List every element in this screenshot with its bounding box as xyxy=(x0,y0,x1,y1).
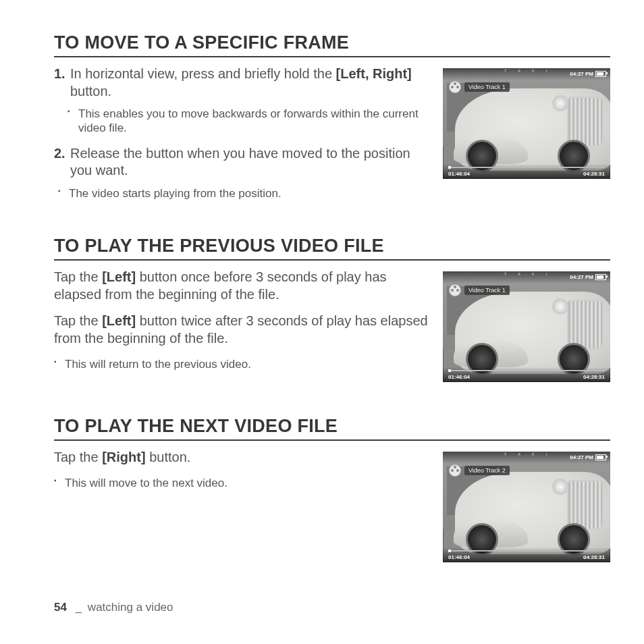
progress-bar: 01:46:04 04:28:31 xyxy=(443,547,610,562)
elapsed-time: 01:46:04 xyxy=(448,554,470,560)
taxi-sign: · T · A · X · I · xyxy=(498,69,555,73)
section2-text: Tap the [Left] button once before 3 seco… xyxy=(54,269,428,381)
status-bar: 04:27 PM xyxy=(570,454,606,460)
status-bar: 04:27 PM xyxy=(570,274,606,280)
page-number: 54 xyxy=(54,601,67,614)
page-footer: 54 _ watching a video xyxy=(54,601,173,614)
step-1-number: 1. xyxy=(54,65,65,83)
reel-icon xyxy=(450,285,460,296)
chapter-name: watching a video xyxy=(88,601,173,614)
heading-move-frame: TO MOVE TO A SPECIFIC FRAME xyxy=(54,32,610,53)
section3-text: Tap the [Right] button. This will move t… xyxy=(54,449,428,500)
thumb3-col: · T · A · X · I · 04:27 PM Video Track 2… xyxy=(443,449,610,562)
step-2-number: 2. xyxy=(54,145,65,163)
sec3-para1: Tap the [Right] button. xyxy=(54,449,428,466)
section-move-frame: TO MOVE TO A SPECIFIC FRAME 1. In horizo… xyxy=(54,32,610,210)
taxi-sign: · T · A · X · I · xyxy=(498,272,555,276)
step-2: 2. Release the button when you have move… xyxy=(54,145,428,180)
step-1-sub: This enables you to move backwards or fo… xyxy=(68,107,428,136)
clock-label: 04:27 PM xyxy=(570,454,593,460)
section-previous-video: TO PLAY THE PREVIOUS VIDEO FILE Tap the … xyxy=(54,236,610,382)
track-label: Video Track 1 xyxy=(464,286,510,295)
t: Tap the xyxy=(54,269,102,284)
progress-bar: 01:46:04 04:28:31 xyxy=(443,164,610,179)
step-1-text-a: In horizontal view, press and briefly ho… xyxy=(70,66,336,81)
sec2-bullet: This will return to the previous video. xyxy=(54,357,428,371)
heading-previous-video: TO PLAY THE PREVIOUS VIDEO FILE xyxy=(54,236,610,257)
battery-icon xyxy=(595,454,606,460)
total-time: 04:28:31 xyxy=(583,171,605,177)
track-label: Video Track 1 xyxy=(464,82,510,92)
section-next-video: TO PLAY THE NEXT VIDEO FILE Tap the [Rig… xyxy=(54,416,610,562)
reel-icon xyxy=(450,82,460,92)
rule xyxy=(54,56,610,57)
taxi-sign: · T · A · X · I · xyxy=(498,452,555,456)
thumb2-col: · T · A · X · I · 04:27 PM Video Track 1… xyxy=(443,269,610,382)
battery-icon xyxy=(595,274,606,280)
sec3-bullet: This will move to the next video. xyxy=(54,476,428,490)
total-time: 04:28:31 xyxy=(583,554,605,560)
heading-next-video: TO PLAY THE NEXT VIDEO FILE xyxy=(54,416,610,437)
footer-sep: _ xyxy=(76,601,82,614)
section1-text: 1. In horizontal view, press and briefly… xyxy=(54,65,428,210)
t: button. xyxy=(146,450,191,464)
thumb1-col: · T · A · X · I · 04:27 PM Video Track 1… xyxy=(443,65,610,179)
sec2-bold2: [Left] xyxy=(102,313,136,328)
status-bar: 04:27 PM xyxy=(570,71,606,77)
step-1-text-b: button. xyxy=(70,84,111,99)
rule xyxy=(54,259,610,261)
video-thumbnail-3: · T · A · X · I · 04:27 PM Video Track 2… xyxy=(443,452,610,562)
track-label: Video Track 2 xyxy=(464,466,510,475)
clock-label: 04:27 PM xyxy=(570,274,593,280)
battery-icon xyxy=(595,71,606,77)
t: Tap the xyxy=(54,313,102,328)
step-2-sub: The video starts playing from the positi… xyxy=(58,186,428,200)
rule xyxy=(54,439,610,441)
sec3-bold: [Right] xyxy=(102,450,145,464)
step-1-bold: [Left, Right] xyxy=(336,66,412,81)
total-time: 04:28:31 xyxy=(583,374,605,380)
elapsed-time: 01:46:04 xyxy=(448,171,470,177)
clock-label: 04:27 PM xyxy=(570,71,593,77)
sec2-para2: Tap the [Left] button twice after 3 seco… xyxy=(54,313,428,347)
sec2-para1: Tap the [Left] button once before 3 seco… xyxy=(54,269,428,303)
video-thumbnail-2: · T · A · X · I · 04:27 PM Video Track 1… xyxy=(443,271,610,382)
reel-icon xyxy=(450,465,460,476)
step-1: 1. In horizontal view, press and briefly… xyxy=(54,65,428,100)
video-thumbnail-1: · T · A · X · I · 04:27 PM Video Track 1… xyxy=(443,68,610,179)
step-2-text: Release the button when you have moved t… xyxy=(70,146,410,178)
t: Tap the xyxy=(54,450,102,464)
progress-bar: 01:46:04 04:28:31 xyxy=(443,367,610,382)
sec2-bold1: [Left] xyxy=(102,269,136,284)
elapsed-time: 01:46:04 xyxy=(448,374,470,380)
